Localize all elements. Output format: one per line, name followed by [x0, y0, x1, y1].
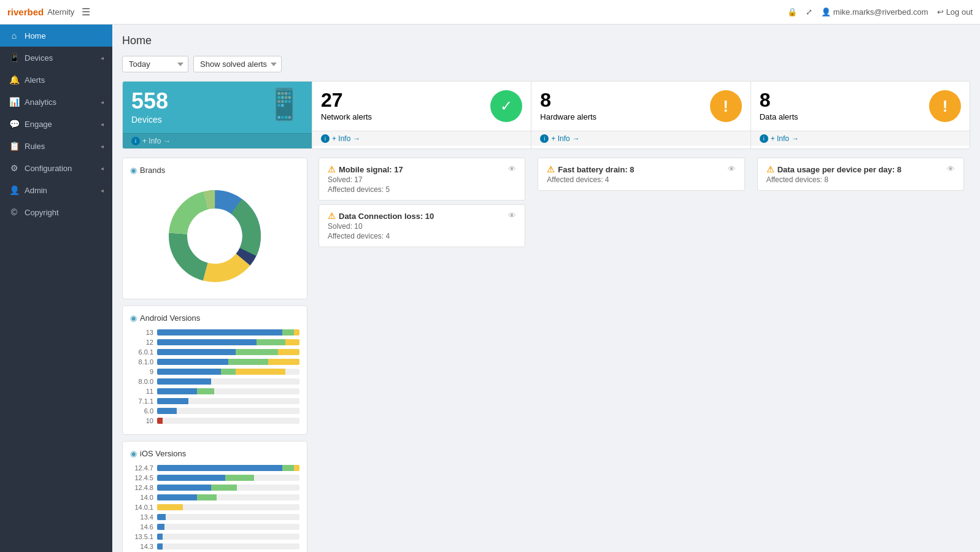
bar-segment: [157, 408, 177, 414]
alert-eye-icon[interactable]: 👁: [947, 164, 955, 174]
chevron-icon: ◂: [101, 143, 104, 150]
bar-segment: [157, 388, 197, 394]
topbar-left: riverbed Aternity ☰: [7, 6, 90, 18]
bar-segment: [157, 329, 282, 335]
bar-row: 13: [130, 329, 299, 336]
bar-row: 12: [130, 339, 299, 346]
bar-row: 8.1.0: [130, 358, 299, 366]
bar-segment: [157, 534, 163, 540]
devices-info-link[interactable]: i + Info →: [123, 133, 312, 148]
sidebar-item-alerts[interactable]: 🔔 Alerts: [0, 69, 112, 91]
bar-track: [157, 339, 299, 345]
bar-row: 14.0.1: [130, 504, 299, 511]
sidebar-icon-configuration: ⚙: [9, 163, 20, 173]
mobile-signal-alert: ⚠ Mobile signal: 17 Solved: 17 Affected …: [318, 158, 525, 201]
bar-segment: [157, 378, 211, 385]
bar-row: 7.1.1: [130, 397, 299, 405]
sidebar-label-analytics: Analytics: [25, 98, 56, 107]
alert-affected: Affected devices: 4: [328, 232, 434, 240]
alert-name: Mobile signal: 17: [339, 165, 403, 174]
android-title-text: Android Versions: [140, 313, 200, 323]
devices-phone-icon: 📱: [265, 86, 303, 122]
maximize-icon: ⤢: [806, 7, 812, 17]
bar-row: 6.0.1: [130, 348, 299, 356]
bar-label: 7.1.1: [130, 397, 153, 405]
bar-segment: [157, 349, 236, 355]
bar-row: 13.4: [130, 513, 299, 521]
bar-track: [157, 329, 299, 335]
sidebar-icon-analytics: 📊: [9, 97, 20, 107]
sidebar-item-devices[interactable]: 📱 Devices ◂: [0, 47, 112, 69]
sidebar-item-left: ⚙ Configuration: [9, 163, 72, 173]
network-stat-card: 27 Network alerts ✓ i + Info →: [312, 81, 531, 149]
menu-toggle-icon[interactable]: ☰: [82, 6, 90, 18]
bar-segment: [157, 475, 225, 481]
bar-label: 12.4.7: [130, 464, 153, 472]
alert-eye-icon[interactable]: 👁: [728, 164, 736, 174]
bar-row: 12.4.7: [130, 464, 299, 472]
brands-donut-svg: [160, 181, 270, 291]
hardware-badge: !: [710, 90, 742, 122]
bar-segment: [157, 514, 166, 520]
logout-button[interactable]: ↩ Log out: [937, 7, 973, 17]
bar-segment: [257, 339, 285, 345]
bar-segment: [228, 359, 268, 365]
info-icon: i: [131, 137, 140, 145]
sidebar-item-engage[interactable]: 💬 Engage ◂: [0, 113, 112, 135]
brands-chart-title: ◉ Brands: [130, 166, 299, 175]
sidebar-label-engage: Engage: [25, 120, 52, 129]
user-icon: 👤: [821, 7, 831, 17]
data-connection-alert: ⚠ Data Connection loss: 10 Solved: 10 Af…: [318, 204, 525, 247]
network-alerts-panel: ⚠ Mobile signal: 17 Solved: 17 Affected …: [312, 158, 531, 251]
devices-stat-body: 558 Devices 📱: [123, 82, 312, 133]
network-info-label: + Info: [332, 134, 350, 143]
sidebar-icon-alerts: 🔔: [9, 75, 20, 85]
bar-track: [157, 475, 299, 481]
sidebar-item-left: 📱 Devices: [9, 53, 53, 63]
network-stat-body: 27 Network alerts ✓: [312, 82, 531, 131]
bar-label: 11: [130, 388, 153, 395]
hardware-info-link[interactable]: i + Info →: [531, 131, 750, 146]
bar-track: [157, 524, 299, 530]
date-filter[interactable]: Today Last 7 days Last 30 days: [122, 56, 188, 72]
sidebar-item-rules[interactable]: 📋 Rules ◂: [0, 135, 112, 157]
alert-eye-icon[interactable]: 👁: [508, 164, 516, 174]
bar-row: 6.0: [130, 407, 299, 415]
bar-label: 8.0.0: [130, 378, 153, 385]
bar-segment: [157, 359, 228, 365]
sidebar-item-copyright[interactable]: © Copyright: [0, 201, 112, 223]
alert-solved: Solved: 17: [328, 175, 403, 184]
info-icon: i: [760, 134, 768, 143]
sidebar-item-analytics[interactable]: 📊 Analytics ◂: [0, 91, 112, 113]
bar-row: 14.6: [130, 523, 299, 531]
sidebar-item-configuration[interactable]: ⚙ Configuration ◂: [0, 157, 112, 179]
chevron-icon: ◂: [101, 165, 104, 172]
page-title: Home: [122, 34, 970, 47]
network-info-link[interactable]: i + Info →: [312, 131, 531, 146]
bar-segment: [157, 504, 183, 510]
ios-chart-title: ◉ iOS Versions: [130, 449, 299, 458]
hardware-stat-body: 8 Hardware alerts !: [531, 82, 750, 131]
logout-icon: ↩: [937, 7, 944, 17]
sidebar-item-left: 👤 Admin: [9, 185, 47, 195]
data-alerts-panel: ⚠ Data usage per device per day: 8 Affec…: [751, 158, 970, 194]
devices-stat-card: 558 Devices 📱 i + Info →: [122, 81, 312, 149]
stats-row: 558 Devices 📱 i + Info → 27 Network aler…: [122, 81, 970, 149]
bar-segment: [268, 359, 299, 365]
alert-name: Data usage per device per day: 8: [777, 165, 901, 174]
logo: riverbed Aternity: [7, 7, 74, 17]
sidebar-item-admin[interactable]: 👤 Admin ◂: [0, 179, 112, 201]
data-info-link[interactable]: i + Info →: [751, 131, 970, 146]
user-account[interactable]: 👤 mike.marks@riverbed.com: [821, 7, 928, 17]
brands-title-text: Brands: [140, 166, 165, 175]
network-badge: ✓: [490, 90, 522, 122]
alerts-filter[interactable]: Show solved alerts Hide solved alerts: [193, 56, 282, 72]
alert-title: ⚠ Fast battery drain: 8: [547, 164, 634, 174]
sidebar-item-left: 🔔 Alerts: [9, 75, 45, 85]
bar-segment: [157, 369, 221, 375]
sidebar-icon-devices: 📱: [9, 53, 20, 63]
alert-eye-icon[interactable]: 👁: [508, 211, 516, 220]
sidebar-item-left: © Copyright: [9, 207, 59, 217]
sidebar-item-home[interactable]: ⌂ Home: [0, 25, 112, 47]
alert-title: ⚠ Data Connection loss: 10: [328, 211, 434, 221]
